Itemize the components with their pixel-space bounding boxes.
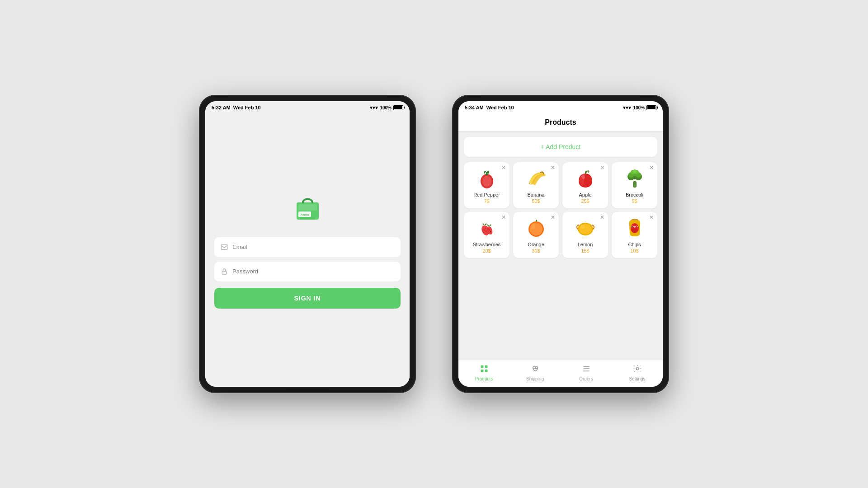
- add-product-button[interactable]: + Add Product: [464, 137, 657, 157]
- remove-orange-button[interactable]: ✕: [551, 215, 555, 220]
- lemon-name: Lemon: [578, 242, 593, 247]
- wifi-icon: ▾▾▾: [370, 105, 378, 111]
- tab-orders[interactable]: Orders: [561, 364, 612, 381]
- wifi-icon-products: ▾▾▾: [623, 105, 631, 111]
- products-header: Products: [458, 114, 663, 131]
- products-ipad: 5:34 AM Wed Feb 10 ▾▾▾ 100% Products + A…: [452, 95, 669, 393]
- svg-rect-37: [481, 369, 483, 372]
- chips-image: Lay's: [623, 216, 646, 239]
- password-input[interactable]: [232, 268, 394, 275]
- tab-shipping[interactable]: Shipping: [509, 364, 561, 381]
- red-pepper-name: Red Pepper: [473, 192, 500, 197]
- product-card-banana: ✕ Banana 50$: [513, 162, 559, 208]
- svg-point-7: [482, 176, 491, 187]
- password-input-group: [214, 262, 401, 282]
- tab-bar: Products Shipping: [458, 360, 663, 387]
- svg-rect-5: [222, 271, 226, 274]
- battery-percent-products: 100%: [633, 105, 645, 110]
- status-right-login: ▾▾▾ 100%: [370, 105, 403, 111]
- status-date-products: Wed Feb 10: [486, 105, 514, 110]
- svg-point-28: [531, 224, 536, 229]
- logo-container: Admin: [293, 192, 322, 224]
- remove-strawberries-button[interactable]: ✕: [501, 215, 506, 220]
- login-screen: 5:32 AM Wed Feb 10 ▾▾▾ 100%: [205, 101, 410, 387]
- lemon-image: [574, 216, 597, 239]
- product-card-strawberries: ✕: [464, 212, 509, 258]
- red-pepper-price: 7$: [484, 198, 489, 204]
- remove-chips-button[interactable]: ✕: [649, 215, 654, 220]
- product-card-red-pepper: ✕ Red Pepper 7$: [464, 162, 509, 208]
- login-form: SIGN IN: [214, 237, 401, 309]
- login-content: Admin: [205, 114, 410, 387]
- svg-text:Lay's: Lay's: [631, 225, 638, 228]
- products-tab-icon: [480, 364, 489, 375]
- products-page-title: Products: [545, 118, 576, 126]
- email-input-group: [214, 237, 401, 257]
- status-right-products: ▾▾▾ 100%: [623, 105, 656, 111]
- email-icon: [221, 244, 228, 251]
- lock-icon: [221, 268, 228, 275]
- lemon-price: 15$: [581, 248, 589, 253]
- remove-broccoli-button[interactable]: ✕: [649, 165, 654, 170]
- product-card-apple: ✕ Apple 25$: [562, 162, 608, 208]
- battery-icon-products: [646, 105, 656, 110]
- status-date-login: Wed Feb 10: [233, 105, 261, 110]
- sign-in-button[interactable]: SIGN IN: [214, 288, 401, 309]
- products-screen: 5:34 AM Wed Feb 10 ▾▾▾ 100% Products + A…: [458, 101, 663, 387]
- broccoli-price: 5$: [632, 198, 637, 204]
- svg-rect-3: [298, 204, 317, 211]
- remove-banana-button[interactable]: ✕: [551, 165, 555, 170]
- svg-point-21: [486, 231, 486, 232]
- svg-point-31: [580, 225, 585, 229]
- tab-settings[interactable]: Settings: [612, 364, 663, 381]
- settings-tab-icon: [633, 364, 642, 375]
- banana-image: [525, 167, 547, 189]
- chips-name: Chips: [628, 242, 641, 247]
- svg-point-25: [490, 231, 491, 232]
- shipping-tab-label: Shipping: [526, 376, 544, 381]
- battery-percent-login: 100%: [380, 105, 392, 110]
- add-product-label: + Add Product: [541, 143, 580, 150]
- svg-text:Admin: Admin: [300, 213, 309, 216]
- orders-tab-label: Orders: [579, 376, 593, 381]
- broccoli-image: [623, 167, 646, 189]
- products-tab-label: Products: [475, 376, 493, 381]
- product-card-lemon: ✕ Lemon 15$: [562, 212, 608, 258]
- tab-products[interactable]: Products: [458, 364, 509, 381]
- red-pepper-image: [476, 167, 498, 189]
- product-card-orange: ✕ Orange 30$: [513, 212, 559, 258]
- apple-image: [574, 167, 597, 189]
- remove-apple-button[interactable]: ✕: [600, 165, 604, 170]
- banana-name: Banana: [528, 192, 545, 197]
- svg-point-8: [486, 174, 488, 175]
- settings-tab-label: Settings: [629, 376, 645, 381]
- status-time-login: 5:32 AM: [212, 105, 231, 110]
- status-bar-products: 5:34 AM Wed Feb 10 ▾▾▾ 100%: [458, 101, 663, 114]
- remove-red-pepper-button[interactable]: ✕: [501, 165, 506, 170]
- email-input[interactable]: [232, 244, 394, 250]
- status-time-products: 5:34 AM: [465, 105, 484, 110]
- strawberries-image: [476, 216, 498, 239]
- chips-price: 10$: [630, 248, 638, 253]
- orange-name: Orange: [528, 242, 544, 247]
- svg-rect-10: [633, 181, 637, 188]
- svg-rect-4: [221, 244, 227, 249]
- apple-price: 25$: [581, 198, 589, 204]
- orange-image: [525, 216, 547, 239]
- banana-price: 50$: [532, 198, 540, 204]
- svg-point-44: [636, 367, 638, 370]
- products-content: + Add Product ✕ Red Pepp: [458, 131, 663, 360]
- svg-point-19: [633, 169, 637, 173]
- shipping-tab-icon: [531, 364, 540, 375]
- product-card-chips: ✕ Lay's: [612, 212, 657, 258]
- battery-fill-products: [647, 106, 656, 109]
- app-logo: Admin: [293, 192, 322, 222]
- strawberries-price: 20$: [482, 248, 491, 253]
- home-indicator-login: [285, 389, 330, 390]
- broccoli-name: Broccoli: [626, 192, 643, 197]
- status-bar-login: 5:32 AM Wed Feb 10 ▾▾▾ 100%: [205, 101, 410, 114]
- remove-lemon-button[interactable]: ✕: [600, 215, 604, 220]
- svg-point-34: [632, 228, 637, 232]
- svg-point-22: [483, 232, 484, 233]
- orange-price: 30$: [532, 248, 540, 253]
